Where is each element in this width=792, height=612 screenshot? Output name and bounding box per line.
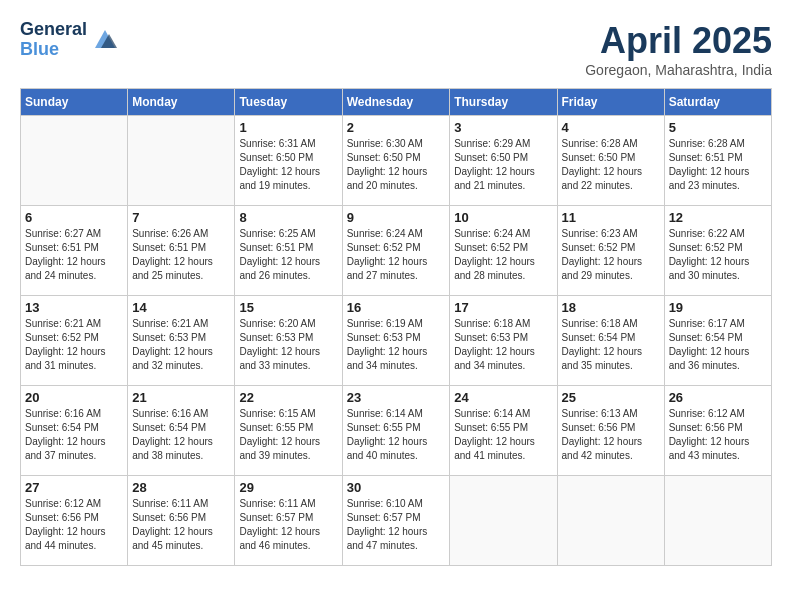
calendar-cell: 2Sunrise: 6:30 AMSunset: 6:50 PMDaylight… (342, 116, 450, 206)
calendar-cell: 24Sunrise: 6:14 AMSunset: 6:55 PMDayligh… (450, 386, 557, 476)
day-number: 13 (25, 300, 123, 315)
day-number: 10 (454, 210, 552, 225)
calendar-cell: 16Sunrise: 6:19 AMSunset: 6:53 PMDayligh… (342, 296, 450, 386)
calendar-cell: 21Sunrise: 6:16 AMSunset: 6:54 PMDayligh… (128, 386, 235, 476)
day-number: 28 (132, 480, 230, 495)
day-number: 23 (347, 390, 446, 405)
calendar-cell: 30Sunrise: 6:10 AMSunset: 6:57 PMDayligh… (342, 476, 450, 566)
day-number: 9 (347, 210, 446, 225)
cell-info: Sunrise: 6:16 AMSunset: 6:54 PMDaylight:… (25, 407, 123, 463)
cell-info: Sunrise: 6:27 AMSunset: 6:51 PMDaylight:… (25, 227, 123, 283)
month-title: April 2025 (585, 20, 772, 62)
cell-info: Sunrise: 6:24 AMSunset: 6:52 PMDaylight:… (454, 227, 552, 283)
calendar-cell: 26Sunrise: 6:12 AMSunset: 6:56 PMDayligh… (664, 386, 771, 476)
cell-info: Sunrise: 6:30 AMSunset: 6:50 PMDaylight:… (347, 137, 446, 193)
calendar-cell: 18Sunrise: 6:18 AMSunset: 6:54 PMDayligh… (557, 296, 664, 386)
calendar-week-1: 1Sunrise: 6:31 AMSunset: 6:50 PMDaylight… (21, 116, 772, 206)
calendar-cell (664, 476, 771, 566)
cell-info: Sunrise: 6:12 AMSunset: 6:56 PMDaylight:… (25, 497, 123, 553)
cell-info: Sunrise: 6:13 AMSunset: 6:56 PMDaylight:… (562, 407, 660, 463)
cell-info: Sunrise: 6:17 AMSunset: 6:54 PMDaylight:… (669, 317, 767, 373)
cell-info: Sunrise: 6:11 AMSunset: 6:57 PMDaylight:… (239, 497, 337, 553)
page-header: GeneralBlue April 2025 Goregaon, Maharas… (20, 20, 772, 78)
day-number: 7 (132, 210, 230, 225)
calendar-cell: 15Sunrise: 6:20 AMSunset: 6:53 PMDayligh… (235, 296, 342, 386)
calendar-header-wednesday: Wednesday (342, 89, 450, 116)
cell-info: Sunrise: 6:26 AMSunset: 6:51 PMDaylight:… (132, 227, 230, 283)
cell-info: Sunrise: 6:15 AMSunset: 6:55 PMDaylight:… (239, 407, 337, 463)
day-number: 6 (25, 210, 123, 225)
calendar-cell: 5Sunrise: 6:28 AMSunset: 6:51 PMDaylight… (664, 116, 771, 206)
calendar-week-5: 27Sunrise: 6:12 AMSunset: 6:56 PMDayligh… (21, 476, 772, 566)
calendar-cell: 23Sunrise: 6:14 AMSunset: 6:55 PMDayligh… (342, 386, 450, 476)
calendar-cell (450, 476, 557, 566)
calendar-week-4: 20Sunrise: 6:16 AMSunset: 6:54 PMDayligh… (21, 386, 772, 476)
day-number: 4 (562, 120, 660, 135)
calendar-cell: 1Sunrise: 6:31 AMSunset: 6:50 PMDaylight… (235, 116, 342, 206)
calendar-cell (557, 476, 664, 566)
logo-text: GeneralBlue (20, 20, 87, 60)
day-number: 27 (25, 480, 123, 495)
calendar-header-monday: Monday (128, 89, 235, 116)
calendar-cell: 29Sunrise: 6:11 AMSunset: 6:57 PMDayligh… (235, 476, 342, 566)
day-number: 14 (132, 300, 230, 315)
calendar-cell: 9Sunrise: 6:24 AMSunset: 6:52 PMDaylight… (342, 206, 450, 296)
calendar-cell: 4Sunrise: 6:28 AMSunset: 6:50 PMDaylight… (557, 116, 664, 206)
cell-info: Sunrise: 6:21 AMSunset: 6:53 PMDaylight:… (132, 317, 230, 373)
day-number: 22 (239, 390, 337, 405)
day-number: 1 (239, 120, 337, 135)
calendar-cell: 20Sunrise: 6:16 AMSunset: 6:54 PMDayligh… (21, 386, 128, 476)
calendar-cell: 3Sunrise: 6:29 AMSunset: 6:50 PMDaylight… (450, 116, 557, 206)
cell-info: Sunrise: 6:24 AMSunset: 6:52 PMDaylight:… (347, 227, 446, 283)
calendar-cell: 13Sunrise: 6:21 AMSunset: 6:52 PMDayligh… (21, 296, 128, 386)
day-number: 15 (239, 300, 337, 315)
calendar-header-friday: Friday (557, 89, 664, 116)
logo: GeneralBlue (20, 20, 119, 60)
location-text: Goregaon, Maharashtra, India (585, 62, 772, 78)
logo-blue-text: Blue (20, 39, 59, 59)
cell-info: Sunrise: 6:18 AMSunset: 6:54 PMDaylight:… (562, 317, 660, 373)
calendar-cell: 27Sunrise: 6:12 AMSunset: 6:56 PMDayligh… (21, 476, 128, 566)
day-number: 18 (562, 300, 660, 315)
calendar-header-thursday: Thursday (450, 89, 557, 116)
calendar-week-3: 13Sunrise: 6:21 AMSunset: 6:52 PMDayligh… (21, 296, 772, 386)
day-number: 5 (669, 120, 767, 135)
calendar-header-saturday: Saturday (664, 89, 771, 116)
calendar-cell: 8Sunrise: 6:25 AMSunset: 6:51 PMDaylight… (235, 206, 342, 296)
cell-info: Sunrise: 6:31 AMSunset: 6:50 PMDaylight:… (239, 137, 337, 193)
cell-info: Sunrise: 6:21 AMSunset: 6:52 PMDaylight:… (25, 317, 123, 373)
calendar-cell: 11Sunrise: 6:23 AMSunset: 6:52 PMDayligh… (557, 206, 664, 296)
calendar-cell: 6Sunrise: 6:27 AMSunset: 6:51 PMDaylight… (21, 206, 128, 296)
cell-info: Sunrise: 6:11 AMSunset: 6:56 PMDaylight:… (132, 497, 230, 553)
day-number: 2 (347, 120, 446, 135)
cell-info: Sunrise: 6:14 AMSunset: 6:55 PMDaylight:… (347, 407, 446, 463)
cell-info: Sunrise: 6:16 AMSunset: 6:54 PMDaylight:… (132, 407, 230, 463)
cell-info: Sunrise: 6:23 AMSunset: 6:52 PMDaylight:… (562, 227, 660, 283)
cell-info: Sunrise: 6:19 AMSunset: 6:53 PMDaylight:… (347, 317, 446, 373)
title-block: April 2025 Goregaon, Maharashtra, India (585, 20, 772, 78)
calendar-cell: 19Sunrise: 6:17 AMSunset: 6:54 PMDayligh… (664, 296, 771, 386)
day-number: 26 (669, 390, 767, 405)
calendar-cell: 7Sunrise: 6:26 AMSunset: 6:51 PMDaylight… (128, 206, 235, 296)
calendar-cell: 22Sunrise: 6:15 AMSunset: 6:55 PMDayligh… (235, 386, 342, 476)
calendar-cell: 17Sunrise: 6:18 AMSunset: 6:53 PMDayligh… (450, 296, 557, 386)
day-number: 12 (669, 210, 767, 225)
cell-info: Sunrise: 6:20 AMSunset: 6:53 PMDaylight:… (239, 317, 337, 373)
cell-info: Sunrise: 6:22 AMSunset: 6:52 PMDaylight:… (669, 227, 767, 283)
day-number: 11 (562, 210, 660, 225)
day-number: 25 (562, 390, 660, 405)
calendar-header-tuesday: Tuesday (235, 89, 342, 116)
cell-info: Sunrise: 6:18 AMSunset: 6:53 PMDaylight:… (454, 317, 552, 373)
calendar-cell: 28Sunrise: 6:11 AMSunset: 6:56 PMDayligh… (128, 476, 235, 566)
calendar-cell: 12Sunrise: 6:22 AMSunset: 6:52 PMDayligh… (664, 206, 771, 296)
cell-info: Sunrise: 6:12 AMSunset: 6:56 PMDaylight:… (669, 407, 767, 463)
calendar-cell (128, 116, 235, 206)
day-number: 16 (347, 300, 446, 315)
day-number: 24 (454, 390, 552, 405)
day-number: 29 (239, 480, 337, 495)
cell-info: Sunrise: 6:25 AMSunset: 6:51 PMDaylight:… (239, 227, 337, 283)
cell-info: Sunrise: 6:28 AMSunset: 6:51 PMDaylight:… (669, 137, 767, 193)
logo-icon (91, 26, 119, 54)
calendar-cell (21, 116, 128, 206)
calendar-table: SundayMondayTuesdayWednesdayThursdayFrid… (20, 88, 772, 566)
